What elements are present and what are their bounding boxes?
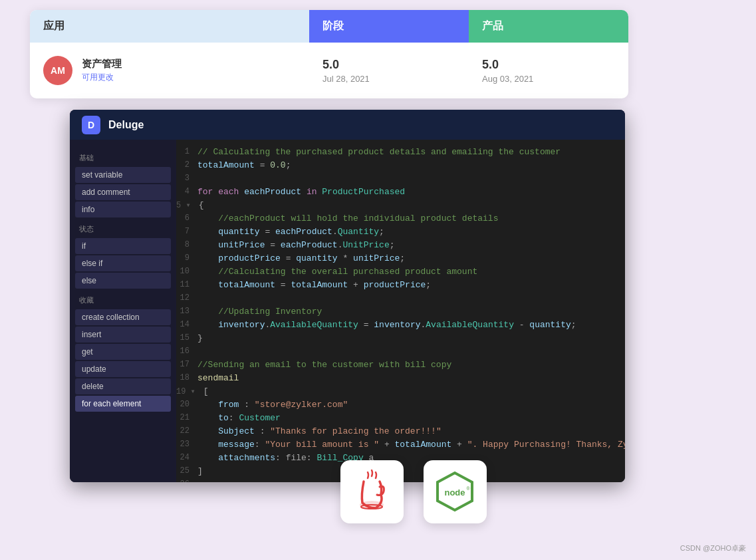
data-row: AM 资产管理 可用更改 5.0 Jul 28, 2021 5.0 Aug 03… <box>30 43 628 98</box>
code-line-9: 9 productPrice = quantity * unitPrice; <box>176 253 625 266</box>
editor-body: 基础 set variable add comment info 状态 if e… <box>70 140 625 482</box>
sidebar-item-if[interactable]: if <box>75 238 171 254</box>
editor-brand: Deluge <box>108 119 144 131</box>
sidebar-item-insert[interactable]: insert <box>75 327 171 343</box>
sidebar-item-info[interactable]: info <box>75 202 171 217</box>
code-line-12: 12 <box>176 293 625 306</box>
code-line-1: 1 // Calculating the purchased product d… <box>176 146 625 160</box>
section-status-label: 状态 <box>75 221 171 237</box>
sidebar-item-for-each-element[interactable]: for each element <box>75 396 171 412</box>
watermark: CSDN @ZOHO卓豪 <box>680 543 746 553</box>
java-icon <box>352 468 392 516</box>
sidebar-item-create-collection[interactable]: create collection <box>75 309 171 325</box>
code-line-20: 20 from : "store@zylker.com" <box>176 399 625 412</box>
code-line-21: 21 to: Customer <box>176 412 625 426</box>
col-app: 应用 <box>30 10 309 43</box>
code-line-14: 14 inventory.AvailableQuantity = invento… <box>176 319 625 333</box>
code-line-23: 23 message: "Your bill amount is " + tot… <box>176 439 625 452</box>
sidebar-item-set-variable[interactable]: set variable <box>75 167 171 183</box>
product-cell: 5.0 Aug 03, 2021 <box>469 58 628 84</box>
editor-logo: D <box>82 116 100 134</box>
editor-sidebar: 基础 set variable add comment info 状态 if e… <box>70 140 176 482</box>
col-product: 产品 <box>469 10 628 43</box>
product-date: Aug 03, 2021 <box>482 74 615 84</box>
stage-version: 5.0 <box>322 58 455 72</box>
code-line-13: 13 //Updating Inventory <box>176 306 625 319</box>
section-collection-label: 收藏 <box>75 293 171 308</box>
product-version: 5.0 <box>482 58 615 72</box>
code-line-10: 10 //Calculating the overall purchased p… <box>176 266 625 279</box>
code-line-19: 19 ▾ [ <box>176 386 625 399</box>
java-icon-card <box>340 460 404 523</box>
section-basic-label: 基础 <box>75 150 171 166</box>
tech-icons: node ® <box>340 460 487 523</box>
code-line-8: 8 unitPrice = eachProduct.UnitPrice; <box>176 239 625 253</box>
col-stage: 阶段 <box>309 10 469 43</box>
code-line-22: 22 Subject : "Thanks for placing the ord… <box>176 426 625 439</box>
code-line-7: 7 quantity = eachProduct.Quantity; <box>176 226 625 239</box>
code-line-11: 11 totalAmount = totalAmount + productPr… <box>176 279 625 293</box>
nodejs-icon-card: node ® <box>424 460 487 523</box>
code-line-3: 3 <box>176 173 625 186</box>
sidebar-item-delete[interactable]: delete <box>75 378 171 394</box>
code-editor[interactable]: 1 // Calculating the purchased product d… <box>176 140 625 482</box>
avatar: AM <box>43 56 72 85</box>
code-line-16: 16 <box>176 346 625 359</box>
code-line-17: 17 //Sending an email to the customer wi… <box>176 359 625 372</box>
logo-letter: D <box>88 120 94 130</box>
editor-container: D Deluge 基础 set variable add comment inf… <box>70 110 625 482</box>
app-info: 资产管理 可用更改 <box>82 58 122 83</box>
svg-text:node: node <box>444 488 465 497</box>
editor-topbar: D Deluge <box>70 110 625 140</box>
stage-date: Jul 28, 2021 <box>322 74 455 84</box>
stage-cell: 5.0 Jul 28, 2021 <box>309 58 469 84</box>
code-line-15: 15 } <box>176 333 625 346</box>
top-table: 应用 阶段 产品 AM 资产管理 可用更改 5.0 Jul 28, 2021 5… <box>30 10 628 98</box>
code-line-4: 4 for each eachProduct in ProductPurchas… <box>176 186 625 200</box>
app-status[interactable]: 可用更改 <box>82 72 122 83</box>
code-line-18: 18 sendmail <box>176 372 625 386</box>
table-header: 应用 阶段 产品 <box>30 10 628 43</box>
svg-text:®: ® <box>466 486 470 491</box>
code-line-2: 2 totalAmount = 0.0; <box>176 160 625 173</box>
nodejs-icon: node ® <box>434 470 477 513</box>
app-name: 资产管理 <box>82 58 122 70</box>
sidebar-item-else-if[interactable]: else if <box>75 255 171 271</box>
sidebar-item-add-comment[interactable]: add comment <box>75 184 171 200</box>
code-line-6: 6 //eachProduct will hold the individual… <box>176 213 625 226</box>
sidebar-item-get[interactable]: get <box>75 344 171 360</box>
code-line-5: 5 ▾ { <box>176 200 625 213</box>
sidebar-item-else[interactable]: else <box>75 273 171 289</box>
sidebar-item-update[interactable]: update <box>75 361 171 377</box>
app-cell: AM 资产管理 可用更改 <box>30 56 309 85</box>
